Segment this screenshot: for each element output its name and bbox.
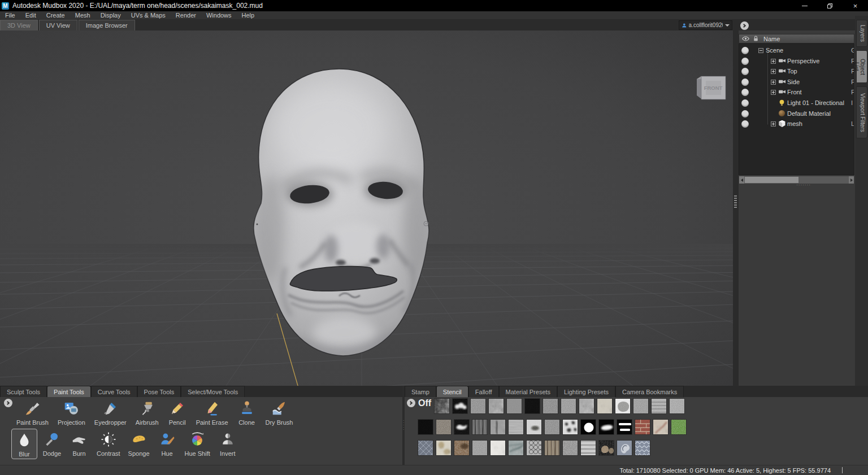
view-cube[interactable]: FRONT [697, 76, 726, 99]
stencil-wavyblob[interactable] [454, 419, 470, 435]
expand-icon[interactable] [771, 121, 776, 127]
menu-edit[interactable]: Edit [20, 12, 41, 19]
stencil-noise[interactable] [472, 440, 488, 456]
tree-row-top[interactable]: TopF [739, 66, 854, 77]
stencil-noise[interactable] [470, 398, 486, 414]
stencil-darkblob[interactable] [526, 419, 542, 435]
stencil-stripes[interactable] [580, 440, 596, 456]
menu-help[interactable]: Help [237, 12, 260, 19]
stencil-noise[interactable] [633, 398, 649, 414]
menu-uvs-maps[interactable]: UVs & Maps [126, 12, 171, 19]
name-column-header[interactable]: Name [763, 36, 780, 42]
tool-sponge[interactable]: Sponge [125, 429, 153, 458]
tree-row-front[interactable]: FrontF [739, 87, 854, 98]
stencil-brick[interactable] [635, 419, 650, 435]
menu-create[interactable]: Create [41, 12, 70, 19]
stencil-smoke[interactable] [490, 419, 506, 435]
scroll-right-arrow-icon[interactable] [849, 176, 854, 184]
tool-clone[interactable]: Clone [235, 398, 259, 427]
tree-row-perspective[interactable]: PerspectiveF [739, 56, 854, 67]
visibility-toggle[interactable] [741, 79, 749, 86]
menu-file[interactable]: File [0, 12, 20, 19]
tray-expand-button[interactable] [4, 399, 12, 407]
tool-airbrush[interactable]: Airbrush [133, 398, 162, 427]
stencil-paper[interactable] [597, 398, 613, 414]
tray-tab-stencil[interactable]: Stencil [436, 386, 468, 397]
tool-pencil[interactable]: Pencil [165, 398, 190, 427]
visibility-toggle[interactable] [741, 58, 749, 65]
panel-splitter[interactable] [733, 30, 739, 386]
stencil-stain[interactable] [436, 440, 452, 456]
stencil-grass[interactable] [671, 419, 687, 435]
stencil-granite[interactable] [562, 440, 578, 456]
tray-tab-stamp[interactable]: Stamp [405, 386, 436, 397]
expand-icon[interactable] [771, 69, 776, 74]
stencil-speckle[interactable] [418, 419, 433, 435]
stencil-cells[interactable] [526, 440, 542, 456]
visibility-toggle[interactable] [741, 120, 749, 128]
tool-invert[interactable]: Invert [215, 429, 240, 458]
panel-resize-grip[interactable]: ······· [795, 184, 812, 187]
stencil-noise[interactable] [544, 419, 560, 435]
stencil-rocks[interactable] [598, 440, 614, 456]
visibility-toggle[interactable] [741, 89, 749, 96]
stencil-softblob[interactable] [452, 398, 468, 414]
visibility-toggle[interactable] [741, 99, 749, 107]
tool-blur[interactable]: Blur [11, 429, 37, 459]
tree-row-mesh[interactable]: meshL [739, 119, 854, 129]
tree-row-side[interactable]: SideF [739, 77, 854, 88]
expand-icon[interactable] [771, 90, 776, 95]
visibility-toggle[interactable] [741, 68, 749, 75]
visibility-toggle[interactable] [741, 47, 749, 54]
tool-hue[interactable]: Hue [155, 429, 180, 458]
tool-dry-brush[interactable]: Dry Brush [263, 398, 296, 427]
menu-mesh[interactable]: Mesh [70, 12, 96, 19]
stencil-ear[interactable] [617, 440, 632, 456]
tray-tab-camera-bookmarks[interactable]: Camera Bookmarks [615, 386, 684, 397]
side-tab-viewport-filters[interactable]: Viewport Filters [856, 86, 867, 138]
tab-3d-view[interactable]: 3D View [0, 20, 38, 30]
stencil-bark[interactable] [472, 419, 488, 435]
expand-icon[interactable] [771, 59, 776, 64]
tray-tab-material-presets[interactable]: Material Presets [499, 386, 557, 397]
tray-tab-select-move-tools[interactable]: Select/Move Tools [181, 386, 245, 397]
tab-uv-view[interactable]: UV View [39, 20, 77, 30]
tree-row-default-material[interactable]: Default Material [739, 108, 854, 119]
scroll-left-arrow-icon[interactable] [739, 176, 744, 184]
expand-icon[interactable] [771, 80, 776, 85]
tray-tab-curve-tools[interactable]: Curve Tools [91, 386, 137, 397]
stencil-bark[interactable] [544, 440, 560, 456]
stencil-noise[interactable] [561, 398, 576, 414]
minimize-button[interactable] [792, 0, 817, 11]
stencil-speckle[interactable] [524, 398, 540, 414]
visibility-eye-icon[interactable] [741, 35, 750, 42]
viewport-3d[interactable]: FRONT [0, 30, 733, 386]
close-button[interactable]: × [843, 0, 868, 11]
tree-row-scene[interactable]: SceneG [739, 45, 854, 56]
stencil-lines[interactable] [651, 398, 667, 414]
stencil-expand-button[interactable] [407, 399, 415, 407]
stencil-noise[interactable] [542, 398, 558, 414]
stencil-off-button[interactable]: Off [418, 398, 431, 408]
menu-windows[interactable]: Windows [201, 12, 237, 19]
stencil-clouds[interactable] [488, 398, 504, 414]
tray-tab-falloff[interactable]: Falloff [468, 386, 499, 397]
stencil-diamond[interactable] [418, 440, 433, 456]
visibility-toggle[interactable] [741, 110, 749, 117]
stencil-streaks[interactable] [508, 419, 524, 435]
tool-paint-brush[interactable]: Paint Brush [14, 398, 51, 427]
tree-row-light-01-directional[interactable]: Light 01 - DirectionalI [739, 98, 854, 108]
stencil-rust[interactable] [454, 440, 470, 456]
stencil-stone[interactable] [508, 440, 524, 456]
stencil-paper[interactable] [490, 440, 506, 456]
side-tab-object-list[interactable]: Object List [856, 50, 867, 83]
tool-paint-erase[interactable]: Paint Erase [193, 398, 231, 427]
hscrollbar-thumb[interactable] [745, 177, 798, 183]
panel-expand-button[interactable] [740, 21, 749, 30]
tool-hue-shift[interactable]: Hue Shift [182, 429, 213, 458]
stencil-spots[interactable] [562, 419, 578, 435]
menu-render[interactable]: Render [171, 12, 201, 19]
stencil-ellipse2[interactable] [598, 419, 614, 435]
stencil-clouds[interactable] [579, 398, 594, 414]
lock-icon[interactable] [752, 35, 760, 42]
